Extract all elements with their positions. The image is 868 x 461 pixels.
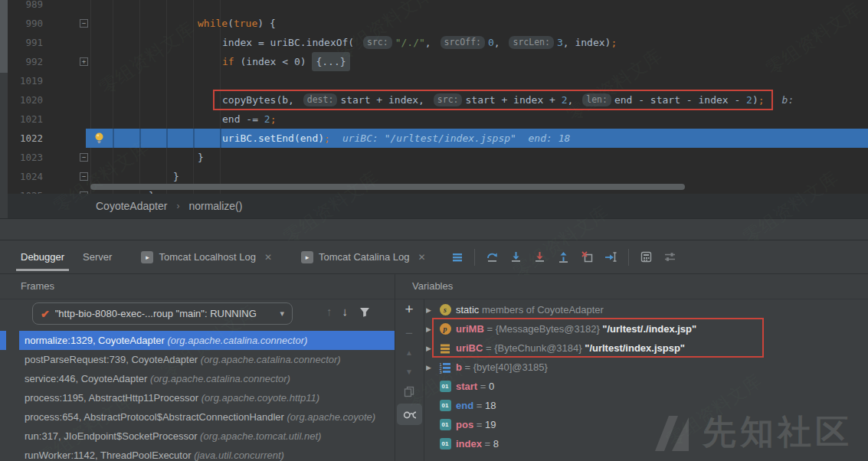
variable-part: start	[456, 381, 477, 392]
indent-guide-tick	[113, 129, 114, 148]
console-icon: ▸	[141, 251, 153, 263]
debugger-settings-icon[interactable]	[663, 250, 676, 263]
down-icon[interactable]: ↓	[342, 305, 349, 318]
frame-location: postParseRequest:739, CoyoteAdapter	[25, 354, 201, 365]
frames-header: Frames	[21, 280, 54, 292]
frame-package: (java.util.concurrent)	[194, 450, 284, 461]
code-text: end -= 2;	[222, 110, 276, 129]
close-icon[interactable]: ✕	[264, 252, 272, 263]
thread-suspended-check-icon: ✔	[41, 308, 50, 320]
code-token: end - start - index -	[614, 90, 746, 110]
remove-icon[interactable]: −	[395, 327, 424, 340]
step-into-icon[interactable]	[509, 250, 522, 263]
code-line: 1021end -= 2;	[0, 110, 868, 129]
fold-end-icon[interactable]: −	[80, 172, 88, 181]
debug-tool-window: DebuggerServer▸Tomcat Localhost Log✕▸Tom…	[0, 240, 868, 461]
code-text: }	[198, 148, 204, 167]
frame-package: (org.apache.coyote)	[287, 411, 376, 423]
fold-collapse-icon[interactable]: −	[80, 19, 88, 28]
frame-package: (org.apache.tomcat.util.net)	[200, 430, 321, 442]
editor-left-scrollbar[interactable]	[0, 0, 8, 218]
frame-package: (org.apache.catalina.connector)	[201, 354, 341, 365]
indent-guide-tick	[166, 129, 168, 148]
code-line: 990−while(true) {	[0, 14, 868, 33]
breadcrumb: CoyoteAdapter›normalize()	[0, 194, 868, 218]
drop-frame-icon[interactable]	[581, 250, 594, 263]
code-token: start + index +	[465, 90, 561, 110]
static-field-icon: s	[440, 304, 451, 316]
code-token: start + index,	[340, 90, 430, 110]
variable-part: pos	[456, 419, 473, 430]
horizontal-scrollbar[interactable]	[90, 184, 685, 190]
run-to-cursor-icon[interactable]	[604, 250, 617, 263]
ide-window: 989990−while(true) {991index = uriBC.ind…	[0, 0, 868, 461]
tab-server[interactable]: Server	[74, 240, 121, 273]
move-down-icon[interactable]: ▼	[395, 365, 424, 378]
duplicate-icon[interactable]	[395, 384, 424, 397]
stack-frame-row[interactable]: runWorker:1142, ThreadPoolExecutor (java…	[19, 446, 395, 461]
code-text: while(true) {	[198, 14, 276, 33]
stack-frame-row[interactable]: postParseRequest:739, CoyoteAdapter (org…	[19, 350, 395, 369]
thread-selector-dropdown[interactable]: ✔ "http-bio-8080-exec-...roup "main": RU…	[32, 302, 293, 325]
code-line: 989	[0, 0, 868, 14]
code-token: copyBytes(b,	[222, 90, 300, 110]
variable-row[interactable]: ▶123b = {byte[40]@3185}	[426, 358, 868, 377]
expand-arrow-icon[interactable]: ▶	[426, 306, 434, 314]
toolbar-separator	[474, 249, 475, 266]
variable-part: index	[456, 438, 482, 450]
stack-frame-row[interactable]: run:317, JIoEndpoint$SocketProcessor (or…	[19, 427, 395, 446]
code-token: ,	[568, 90, 580, 110]
show-watches-icon[interactable]	[397, 404, 422, 425]
code-line: 1020copyBytes(b, dest:start + index, src…	[0, 90, 868, 110]
expand-arrow-icon[interactable]: ▶	[426, 364, 434, 371]
breadcrumb-item[interactable]: normalize()	[188, 200, 242, 212]
tab-debugger[interactable]: Debugger	[11, 240, 74, 273]
code-token: ;	[324, 129, 330, 148]
scrollbar-thumb[interactable]	[0, 0, 8, 73]
frame-package: (org.apache.catalina.connector)	[150, 373, 290, 384]
code-token: ) {	[257, 14, 275, 33]
variable-row[interactable]: 01index = 8	[426, 434, 868, 453]
parameter-hint: len:	[582, 93, 611, 106]
frame-package: (org.apache.catalina.connector)	[167, 335, 307, 346]
step-over-icon[interactable]	[486, 250, 499, 263]
evaluate-expression-icon[interactable]	[640, 250, 653, 263]
annotation-box-variables	[432, 318, 764, 358]
frame-location: runWorker:1142, ThreadPoolExecutor	[25, 450, 194, 461]
static-field-icon: s	[439, 304, 451, 316]
fold-end-icon[interactable]: −	[80, 191, 88, 194]
stack-frame-row[interactable]: normalize:1329, CoyoteAdapter (org.apach…	[19, 331, 395, 350]
tab-tomcat-catalina-log[interactable]: ▸Tomcat Catalina Log✕	[292, 240, 435, 273]
toolbar-separator	[628, 249, 629, 266]
primitive-icon: 01	[439, 419, 451, 431]
close-icon[interactable]: ✕	[418, 252, 425, 263]
fold-end-icon[interactable]: −	[80, 153, 88, 162]
stack-frame-row[interactable]: service:446, CoyoteAdapter (org.apache.c…	[19, 369, 395, 388]
parameter-hint: src:	[363, 36, 392, 49]
fold-expand-icon[interactable]: +	[80, 57, 88, 66]
code-token: 2	[264, 110, 270, 129]
code-token: end -=	[222, 110, 264, 129]
threads-view-icon[interactable]	[450, 250, 463, 263]
variable-row[interactable]: 01start = 0	[426, 377, 868, 396]
breadcrumb-item[interactable]: CoyoteAdapter	[96, 200, 167, 212]
code-editor[interactable]: 989990−while(true) {991index = uriBC.ind…	[0, 0, 868, 194]
indent-guide-tick	[139, 129, 141, 148]
move-up-icon[interactable]: ▲	[395, 346, 424, 359]
variable-row[interactable]: 01pos = 19	[426, 415, 868, 434]
add-icon[interactable]: +	[395, 302, 424, 316]
up-icon[interactable]: ↑	[326, 305, 332, 318]
stack-frame-row[interactable]: process:654, AbstractProtocol$AbstractCo…	[19, 407, 395, 427]
tab-tomcat-localhost-log[interactable]: ▸Tomcat Localhost Log✕	[132, 240, 281, 273]
force-step-into-icon[interactable]	[533, 250, 546, 263]
variable-row[interactable]: ▶sstatic members of CoyoteAdapter	[426, 300, 868, 319]
variable-row[interactable]: 01end = 18	[426, 396, 868, 415]
step-out-icon[interactable]	[557, 250, 570, 263]
variable-text: start = 0	[456, 381, 494, 392]
stack-frame-row[interactable]: process:1195, AbstractHttp11Processor (o…	[19, 388, 395, 407]
filter-icon[interactable]	[358, 305, 371, 318]
variables-header: Variables	[412, 280, 453, 292]
show-watches-icon	[403, 408, 416, 421]
splitter[interactable]	[0, 218, 868, 240]
intention-lightbulb-icon[interactable]	[93, 132, 105, 151]
